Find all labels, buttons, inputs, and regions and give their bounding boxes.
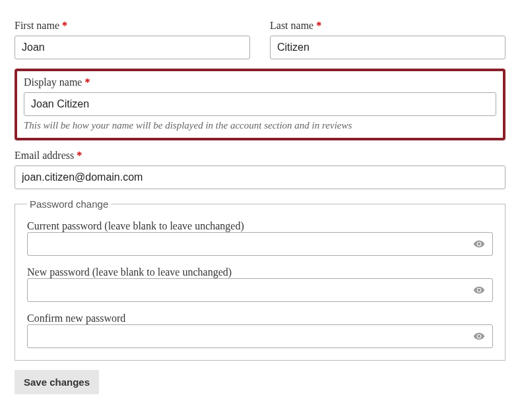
last-name-input[interactable]: [270, 36, 505, 59]
save-changes-button[interactable]: Save changes: [15, 370, 99, 394]
email-label: Email address *: [15, 150, 505, 162]
display-name-hint: This will be how your name will be displ…: [24, 120, 496, 131]
current-password-label: Current password (leave blank to leave u…: [27, 220, 244, 231]
display-name-highlight: Display name * This will be how your nam…: [15, 69, 505, 140]
password-change-fieldset: Password change Current password (leave …: [15, 198, 505, 361]
email-input[interactable]: [15, 165, 505, 189]
email-label-text: Email address: [15, 150, 74, 161]
current-password-input[interactable]: [27, 232, 493, 256]
required-marker: *: [316, 20, 321, 31]
eye-icon[interactable]: [473, 284, 485, 296]
password-change-legend: Password change: [27, 198, 111, 210]
first-name-label-text: First name: [15, 20, 59, 31]
last-name-label: Last name *: [270, 20, 505, 32]
eye-icon[interactable]: [473, 330, 485, 342]
required-marker: *: [84, 76, 90, 88]
display-name-label: Display name *: [24, 76, 496, 88]
eye-icon[interactable]: [473, 238, 485, 250]
required-marker: *: [62, 20, 67, 31]
confirm-password-input[interactable]: [27, 324, 493, 348]
new-password-label: New password (leave blank to leave uncha…: [27, 266, 232, 278]
first-name-input[interactable]: [15, 36, 250, 59]
first-name-label: First name *: [15, 20, 250, 32]
display-name-label-text: Display name: [24, 76, 82, 88]
confirm-password-label: Confirm new password: [27, 313, 125, 324]
new-password-input[interactable]: [27, 278, 493, 302]
required-marker: *: [77, 150, 82, 161]
last-name-label-text: Last name: [270, 20, 313, 31]
display-name-input[interactable]: [24, 92, 496, 116]
